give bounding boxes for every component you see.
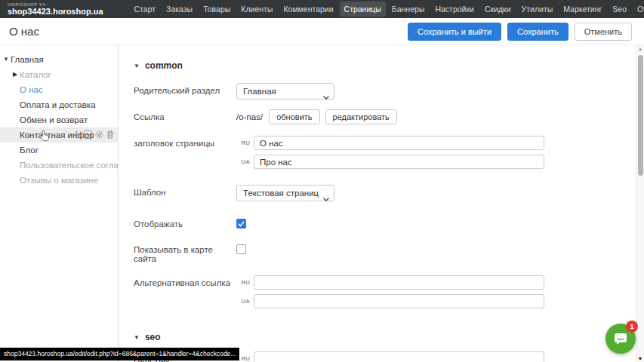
add-page-icon[interactable] [84, 130, 92, 139]
chevron-down-icon: ▼ [134, 63, 140, 69]
page-edit-form: ▼ common Родительский раздел Главная Ссы… [119, 45, 644, 362]
sitemap-checkbox[interactable] [236, 244, 246, 254]
chat-unread-badge: 1 [626, 321, 638, 333]
app-logo[interactable]: HOROSHOP V4 shop34423.horoshop.ua [8, 2, 103, 16]
alt-link-ru-input[interactable] [254, 275, 544, 290]
html-title-ru-input[interactable] [254, 351, 544, 362]
nav-item-products[interactable]: Товары [199, 2, 235, 17]
chat-bubble-icon [612, 330, 629, 347]
settings-gear-icon[interactable] [95, 130, 103, 139]
section-seo-header[interactable]: ▼ seo [134, 332, 644, 342]
nav-item-pages[interactable]: Страницы [340, 2, 386, 17]
sidebar-item-user-agreement[interactable]: Пользовательское соглашение [0, 158, 118, 173]
sidebar-item-label: Каталог [20, 70, 51, 79]
scroll-up-arrow-icon[interactable]: ▲ [636, 47, 644, 51]
lang-tag-ru: RU [236, 140, 250, 146]
sidebar-item-label: О нас [20, 85, 43, 94]
parent-section-select[interactable]: Главная [236, 83, 334, 100]
link-update-button[interactable]: обновить [269, 109, 319, 124]
template-label: Шаблон [134, 185, 236, 197]
sidebar-item-label: Главная [11, 55, 44, 64]
scrollbar-thumb[interactable] [638, 55, 643, 176]
sidebar-item-catalog[interactable]: ▶ Каталог [0, 67, 118, 82]
sidebar-item-exchange-return[interactable]: Обмен и возврат [0, 112, 118, 127]
lang-tag-ru: RU [236, 279, 250, 286]
logo-domain-label: shop34423.horoshop.ua [8, 8, 103, 16]
sidebar-item-contact-info[interactable]: Контактная инфор [0, 127, 118, 143]
lang-tag-ua: UA [236, 158, 250, 165]
status-url-tooltip: shop34423.horoshop.ua/edit/edit.php?id=6… [0, 348, 239, 360]
nav-item-comments[interactable]: Комментарии [279, 2, 337, 17]
move-icon[interactable] [72, 130, 81, 139]
template-select[interactable]: Текстовая страница [236, 185, 334, 201]
save-button[interactable]: Сохранить [507, 23, 569, 41]
alt-link-ua-input[interactable] [254, 294, 544, 308]
link-edit-button[interactable]: редактировать [325, 109, 397, 124]
chevron-right-icon[interactable]: ▶ [11, 67, 19, 82]
top-navbar: HOROSHOP V4 shop34423.horoshop.ua Старт … [0, 0, 644, 18]
sitemap-label: Показывать в карте сайта [134, 242, 236, 263]
cancel-button[interactable]: Отменить [575, 23, 632, 41]
pages-tree-sidebar: ▼ Главная ▶ Каталог О нас Оплата и доста… [0, 45, 119, 362]
page-title: О нас [9, 25, 39, 38]
nav-item-discounts[interactable]: Скидки [480, 2, 516, 17]
sidebar-item-blog[interactable]: Блог [0, 143, 118, 158]
nav-item-banners[interactable]: Баннеры [387, 2, 430, 17]
nav-item-settings[interactable]: Настройки [430, 2, 479, 17]
link-label: Ссылка [134, 109, 236, 121]
nav-item-marketing[interactable]: Маркетинг [559, 2, 606, 17]
sidebar-item-label: Обмен и возврат [20, 115, 88, 124]
save-and-exit-button[interactable]: Сохранить и выйти [408, 23, 501, 41]
sidebar-item-store-reviews[interactable]: Отзывы о магазине [0, 173, 118, 188]
sidebar-item-home[interactable]: ▼ Главная [0, 52, 118, 67]
vertical-scrollbar[interactable]: ▲ ▼ [636, 45, 644, 362]
sidebar-item-label: Пользовательское соглашение [20, 161, 118, 170]
section-title: seo [145, 332, 161, 342]
nav-item-utilities[interactable]: Утилиты [517, 2, 558, 17]
nav-item-start[interactable]: Старт [130, 2, 161, 17]
page-title-ua-input[interactable] [254, 155, 544, 169]
lang-tag-ua: UA [236, 298, 250, 305]
nav-item-orders[interactable]: Заказы [162, 2, 197, 17]
page-title-label: заголовок страницы [134, 136, 236, 148]
display-label: Отображать [134, 216, 236, 229]
chevron-down-icon[interactable]: ▼ [2, 52, 10, 67]
nav-menu: Старт Заказы Товары Клиенты Комментарии … [129, 2, 644, 17]
scroll-down-arrow-icon[interactable]: ▼ [636, 356, 644, 361]
sidebar-item-label: Отзывы о магазине [20, 176, 98, 185]
nav-item-seo[interactable]: Seo [608, 2, 631, 17]
section-title: common [145, 60, 183, 71]
section-common-header[interactable]: ▼ common [134, 60, 644, 71]
nav-item-clients[interactable]: Клиенты [236, 2, 277, 17]
link-value: /o-nas/ [236, 109, 263, 121]
sidebar-item-about[interactable]: О нас [0, 82, 118, 97]
page-title-ru-input[interactable] [254, 136, 544, 150]
sidebar-item-label: Оплата и доставка [20, 100, 96, 109]
delete-trash-icon[interactable] [106, 130, 114, 139]
sidebar-item-payment-delivery[interactable]: Оплата и доставка [0, 97, 118, 112]
page-header: О нас Сохранить и выйти Сохранить Отмени… [0, 18, 644, 45]
alt-link-label: Альтернативная ссылка [134, 275, 236, 287]
parent-section-label: Родительский раздел [134, 83, 236, 95]
nav-item-reports[interactable]: Отчеты [633, 2, 644, 17]
sidebar-item-label: Блог [20, 146, 39, 155]
display-checkbox[interactable] [236, 219, 246, 229]
chat-widget-button[interactable]: 1 [605, 324, 636, 354]
chevron-down-icon: ▼ [134, 334, 140, 341]
